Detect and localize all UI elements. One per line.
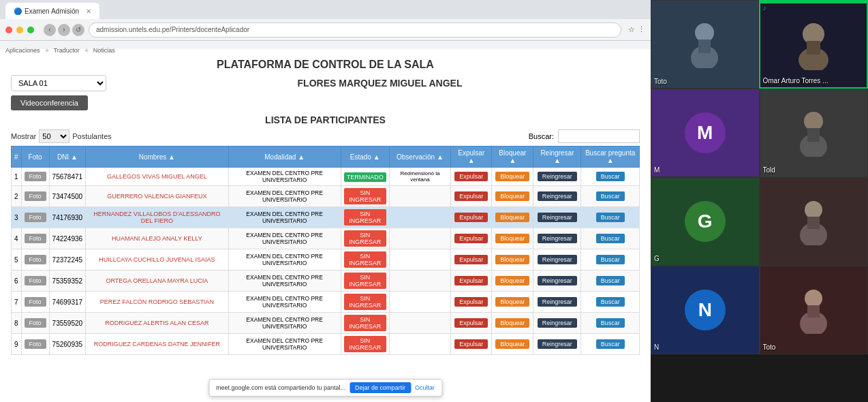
reingresar-button[interactable]: Reingresar — [538, 297, 577, 307]
video-row-1: Toto ♪ Omar Arturo Torres ... — [651, 0, 868, 89]
refresh-btn[interactable]: ↺ — [72, 24, 84, 36]
forward-btn[interactable]: › — [58, 24, 70, 36]
reingresar-button[interactable]: Reingresar — [538, 318, 577, 328]
buscar-button[interactable]: Buscar — [596, 339, 625, 349]
foto-button[interactable]: Foto — [25, 339, 46, 349]
cell-buscar: Buscar — [581, 292, 640, 313]
browser-tab[interactable]: 🔵 Examen Admisión ✕ — [5, 3, 99, 19]
cell-estado: SININGRESAR — [341, 207, 389, 228]
foto-button[interactable]: Foto — [25, 234, 46, 243]
sala-select[interactable]: SALA 01 — [11, 75, 106, 91]
cell-bloquear: Bloquear — [492, 228, 533, 249]
videoconf-row: Videoconferencia — [11, 95, 640, 110]
search-input[interactable] — [558, 129, 640, 143]
dot-green[interactable] — [27, 27, 34, 33]
reingresar-button[interactable]: Reingresar — [538, 213, 577, 222]
n-bg: N — [651, 266, 759, 354]
dejar-compartir-btn[interactable]: Dejar de compartir — [350, 382, 411, 393]
cell-estado: SININGRESAR — [341, 313, 389, 334]
toolbar-noticias[interactable]: Noticias — [93, 47, 115, 54]
foto-button[interactable]: Foto — [25, 255, 46, 264]
sound-bars: ♪ — [763, 4, 766, 12]
share-text: meet.google.com está compartiendo tu pan… — [216, 384, 345, 391]
m-name: M — [654, 166, 660, 174]
buscar-button[interactable]: Buscar — [596, 172, 625, 181]
toolbar-traductor[interactable]: Traductor — [54, 47, 80, 54]
svg-point-9 — [805, 201, 822, 219]
bloquear-button[interactable]: Bloquear — [495, 276, 529, 285]
bloquear-button[interactable]: Bloquear — [495, 191, 529, 201]
reingresar-button[interactable]: Reingresar — [538, 255, 577, 264]
buscar-button[interactable]: Buscar — [596, 234, 625, 243]
buscar-button[interactable]: Buscar — [596, 255, 625, 264]
menu-icon[interactable]: ⋮ — [638, 25, 645, 34]
foto-button[interactable]: Foto — [25, 191, 46, 201]
back-btn[interactable]: ‹ — [44, 24, 56, 36]
reingresar-button[interactable]: Reingresar — [538, 339, 577, 349]
videoconf-button[interactable]: Videoconferencia — [11, 95, 88, 110]
expulsar-button[interactable]: Expulsar — [454, 234, 488, 243]
tile1-name: Toto — [654, 78, 667, 85]
svg-point-6 — [804, 112, 823, 131]
expulsar-button[interactable]: Expulsar — [454, 213, 488, 222]
cell-buscar: Buscar — [581, 186, 640, 207]
supervisor-name: FLORES MARQUEZ MIGUEL ANGEL — [120, 78, 640, 89]
expulsar-button[interactable]: Expulsar — [454, 255, 488, 264]
svg-rect-2 — [698, 40, 711, 53]
reingresar-button[interactable]: Reingresar — [538, 234, 577, 243]
bloquear-button[interactable]: Bloquear — [495, 213, 529, 222]
video-tile-g: G G — [651, 177, 760, 266]
toolbar-aplicaciones[interactable]: Aplicaciones — [5, 47, 40, 54]
bloquear-button[interactable]: Bloquear — [495, 297, 529, 307]
video-row-2: M M Told — [651, 89, 868, 177]
person5-bg — [760, 178, 868, 265]
speaker-svg — [793, 19, 834, 70]
cell-dni: 75359352 — [49, 270, 86, 292]
bloquear-button[interactable]: Bloquear — [495, 234, 529, 243]
foto-button[interactable]: Foto — [25, 276, 46, 285]
reingresar-button[interactable]: Reingresar — [538, 191, 577, 201]
cell-dni: 75678471 — [49, 168, 86, 186]
bloquear-button[interactable]: Bloquear — [495, 255, 529, 264]
cell-observacion — [389, 334, 451, 355]
cell-nombre: PÉREZ FALCÓN RODRIGO SEBASTIAN — [86, 292, 229, 313]
told-svg — [795, 109, 833, 157]
star-icon[interactable]: ☆ — [628, 25, 635, 34]
expulsar-button[interactable]: Expulsar — [454, 276, 488, 285]
foto-button[interactable]: Foto — [25, 172, 46, 181]
buscar-button[interactable]: Buscar — [596, 318, 625, 328]
table-row: 6 Foto 75359352 ORTEGA ORELLANA MAYRA LU… — [12, 270, 640, 292]
reingresar-button[interactable]: Reingresar — [538, 276, 577, 285]
bloquear-button[interactable]: Bloquear — [495, 172, 529, 181]
foto-button[interactable]: Foto — [25, 318, 46, 328]
buscar-button[interactable]: Buscar — [596, 191, 625, 201]
person1-svg — [686, 20, 724, 68]
participants-table: # Foto DNI ▲ Nombres ▲ Modalidad ▲ Estad… — [11, 146, 640, 355]
ocultar-link[interactable]: Ocultar — [415, 384, 435, 391]
browser-chrome: 🔵 Examen Admisión ✕ ‹ › ↺ admission.unte… — [0, 0, 651, 49]
cell-observacion — [389, 186, 451, 207]
expulsar-button[interactable]: Expulsar — [454, 339, 488, 349]
expulsar-button[interactable]: Expulsar — [454, 318, 488, 328]
cell-observacion — [389, 207, 451, 228]
foto-button[interactable]: Foto — [25, 297, 46, 307]
expulsar-button[interactable]: Expulsar — [454, 297, 488, 307]
cell-observacion — [389, 270, 451, 292]
buscar-button[interactable]: Buscar — [596, 276, 625, 285]
cell-dni: 74699317 — [49, 292, 86, 313]
cell-modalidad: EXAMEN DEL CENTRO PRE UNIVERSITARIO — [228, 168, 341, 186]
expulsar-button[interactable]: Expulsar — [454, 172, 488, 181]
expulsar-button[interactable]: Expulsar — [454, 191, 488, 201]
buscar-button[interactable]: Buscar — [596, 297, 625, 307]
bloquear-button[interactable]: Bloquear — [495, 339, 529, 349]
show-select[interactable]: 50 25 100 — [39, 129, 69, 143]
dot-yellow[interactable] — [16, 27, 23, 33]
buscar-button[interactable]: Buscar — [596, 213, 625, 222]
foto-button[interactable]: Foto — [25, 213, 46, 222]
cell-foto: Foto — [21, 292, 49, 313]
bloquear-button[interactable]: Bloquear — [495, 318, 529, 328]
reingresar-button[interactable]: Reingresar — [538, 172, 577, 181]
dot-red[interactable] — [5, 27, 12, 33]
person1-bg — [651, 1, 758, 88]
url-bar[interactable]: admission.untels.edu.pe/Printers/docente… — [89, 22, 621, 37]
